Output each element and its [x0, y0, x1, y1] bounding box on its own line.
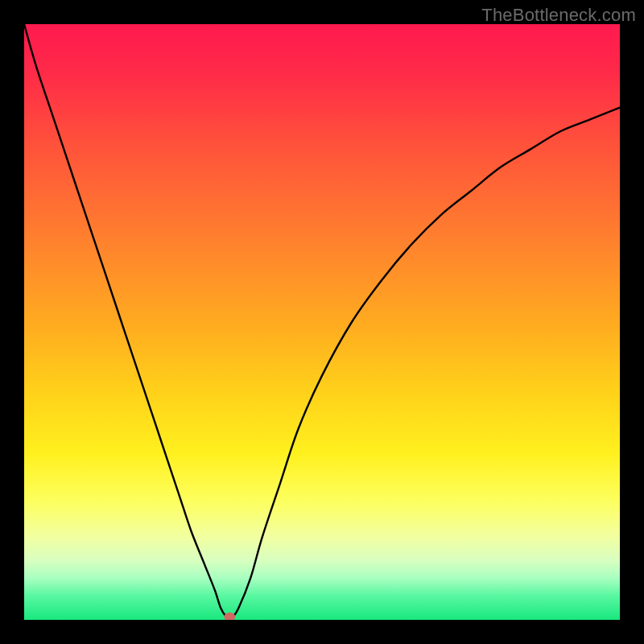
chart-frame: TheBottleneck.com	[0, 0, 644, 644]
bottleneck-curve	[24, 24, 620, 620]
optimal-point-marker	[224, 613, 235, 620]
plot-area	[24, 24, 620, 620]
watermark-text: TheBottleneck.com	[481, 5, 636, 26]
curve-path	[24, 24, 620, 618]
